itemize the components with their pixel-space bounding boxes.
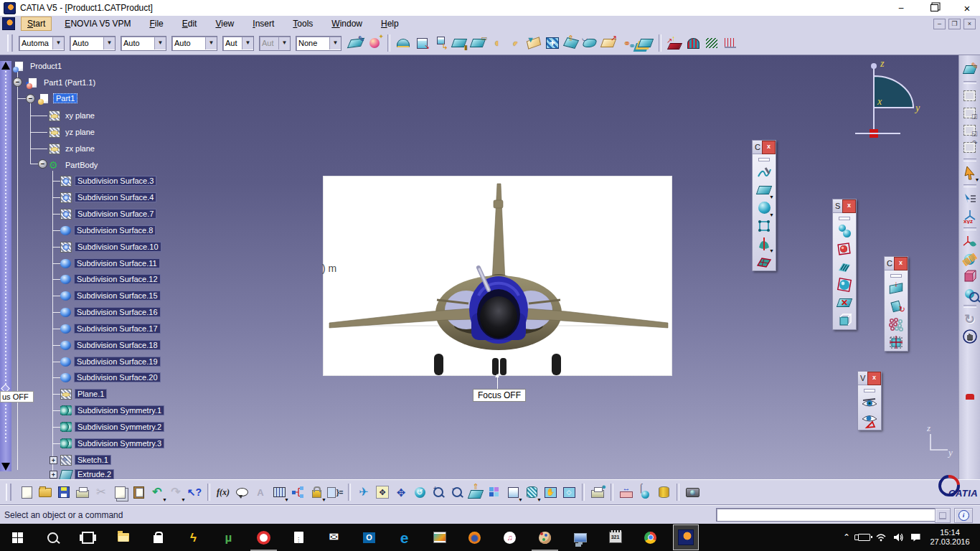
sketch-curve-icon[interactable] bbox=[755, 163, 773, 181]
wifi-icon[interactable] bbox=[872, 524, 890, 551]
control-points-grid-icon[interactable] bbox=[887, 315, 905, 333]
tree-item-label[interactable]: Subdivision Surface.15 bbox=[74, 291, 161, 301]
swap-visible-space-icon[interactable]: ◇ bbox=[560, 483, 578, 501]
chevron-down-icon[interactable]: ▼ bbox=[154, 37, 166, 50]
winamp-button[interactable]: ϟ bbox=[176, 524, 211, 551]
power-input-field[interactable] bbox=[716, 508, 937, 522]
symmetry-tool-icon[interactable]: ▼ bbox=[755, 235, 773, 253]
tree-item-label[interactable]: Subdivision Surface.8 bbox=[74, 225, 156, 235]
tree-item-subdivision-surface-17[interactable]: Subdivision Surface.17 bbox=[60, 323, 161, 334]
print-icon[interactable] bbox=[73, 483, 92, 501]
image-capture-icon[interactable] bbox=[683, 483, 702, 501]
surface-spring-icon[interactable]: ⇑ bbox=[562, 34, 580, 52]
palette-title-bar[interactable]: Sx bbox=[833, 199, 856, 213]
palette-handle[interactable] bbox=[839, 217, 850, 220]
multi-view-icon[interactable] bbox=[485, 483, 504, 501]
measure-between-icon[interactable]: ↔ bbox=[617, 483, 636, 501]
box-pick-icon[interactable]: ↘ bbox=[413, 34, 431, 52]
tree-item-label[interactable]: PartBody bbox=[63, 161, 100, 169]
curvature-comb-icon[interactable] bbox=[721, 34, 740, 52]
block-axis-extrude-icon[interactable]: ↑↗ bbox=[665, 34, 684, 52]
tree-item-part1[interactable]: Part1 bbox=[38, 93, 77, 104]
save-icon[interactable] bbox=[55, 483, 73, 501]
mdi-close-button[interactable]: × bbox=[963, 19, 976, 29]
tree-item-subdivision-surface-10[interactable]: Subdivision Surface.10 bbox=[60, 241, 161, 253]
cage-sphere-icon[interactable] bbox=[835, 276, 854, 293]
volume-icon[interactable] bbox=[890, 524, 907, 551]
catalog-browser-1-icon[interactable] bbox=[961, 87, 979, 104]
freestyle-sketch-tracer-icon[interactable]: ✎ bbox=[961, 61, 979, 78]
tree-item-product1[interactable]: Product1 bbox=[13, 60, 64, 72]
tree-item-subdivision-symmetry-1[interactable]: Subdivision Symmetry.1 bbox=[60, 405, 164, 416]
surface-flag-alt-icon[interactable]: ▭ bbox=[468, 34, 487, 52]
tree-item-label[interactable]: Sketch.1 bbox=[75, 455, 111, 465]
tree-item-label[interactable]: Subdivision Symmetry.2 bbox=[75, 422, 164, 432]
measure-on-sphere-icon[interactable]: ▤▤ bbox=[961, 250, 979, 268]
collapse-toggle[interactable]: − bbox=[38, 159, 47, 169]
paste-icon[interactable] bbox=[129, 483, 148, 501]
catia-app-icon[interactable] bbox=[4, 2, 16, 14]
zoom-in-icon[interactable]: + bbox=[429, 483, 448, 501]
undo-icon[interactable]: ↶▼ bbox=[148, 483, 166, 501]
edge-button[interactable]: e bbox=[387, 524, 422, 551]
pan-icon[interactable]: ✥ bbox=[392, 483, 410, 501]
close-button[interactable]: × bbox=[960, 2, 974, 14]
paint-applicator-icon[interactable]: ✎ bbox=[347, 34, 365, 52]
lock-icon[interactable]: ▼ bbox=[307, 483, 326, 501]
rotate-icon[interactable]: ↺ bbox=[410, 483, 429, 501]
close-icon[interactable]: x bbox=[894, 257, 908, 270]
subdivision-stack-icon[interactable] bbox=[835, 258, 854, 276]
uv-grid-surface-icon[interactable] bbox=[755, 253, 773, 270]
axis-system-icon[interactable] bbox=[961, 233, 979, 250]
tree-item-label[interactable]: Subdivision Surface.7 bbox=[75, 209, 156, 219]
catia-taskbar-button[interactable] bbox=[668, 524, 703, 551]
datum-combo[interactable]: None▼ bbox=[296, 36, 341, 51]
continuity-combo-3[interactable]: Auto▼ bbox=[121, 36, 166, 51]
outlook-button[interactable]: O bbox=[352, 524, 387, 551]
surface-fold-icon[interactable]: ▼ bbox=[524, 34, 543, 52]
tree-item-xy-plane[interactable]: xy plane bbox=[49, 110, 97, 121]
continuity-combo-4[interactable]: Auto▼ bbox=[171, 36, 217, 51]
media-player-classic-button[interactable]: 321 bbox=[598, 524, 633, 551]
face-net-icon[interactable] bbox=[755, 217, 773, 235]
inertia-icon[interactable] bbox=[654, 483, 673, 501]
open-folder-icon[interactable] bbox=[36, 483, 55, 501]
fly-mode-icon[interactable]: ✈ bbox=[354, 483, 373, 501]
magic-wand-icon[interactable]: ✦ bbox=[365, 34, 384, 52]
fit-all-in-icon[interactable]: ✥ bbox=[373, 483, 392, 501]
crescent-bend-icon[interactable]: ◖ bbox=[487, 34, 506, 52]
opera-button[interactable] bbox=[246, 524, 281, 551]
checkerboard-frame-icon[interactable]: ✚ bbox=[543, 34, 562, 52]
action-center-icon[interactable] bbox=[907, 524, 924, 551]
tree-item-label[interactable]: zx plane bbox=[63, 144, 97, 153]
toolbar-grip[interactable] bbox=[7, 34, 13, 52]
tree-item-label[interactable]: Subdivision Surface.17 bbox=[74, 324, 161, 334]
menu-file[interactable]: File bbox=[143, 17, 169, 30]
palette-handle[interactable] bbox=[758, 158, 770, 161]
tree-item-label[interactable]: Plane.1 bbox=[75, 389, 107, 399]
movie-maker-button[interactable] bbox=[422, 524, 457, 551]
chain-link-icon[interactable]: ⚭⚭ bbox=[618, 34, 636, 52]
tree-item-label[interactable]: Subdivision Surface.12 bbox=[74, 274, 161, 284]
manipulation-hand-icon[interactable] bbox=[961, 328, 979, 345]
close-icon[interactable]: x bbox=[842, 199, 856, 213]
chevron-down-icon[interactable]: ▼ bbox=[103, 37, 115, 50]
xyz-coordinates-icon[interactable]: xyz bbox=[961, 207, 979, 225]
tree-item-plane-1[interactable]: Plane.1 bbox=[60, 388, 107, 400]
zoom-out-icon[interactable]: − bbox=[448, 483, 466, 501]
surface-twist-icon[interactable]: ↻ bbox=[887, 297, 905, 315]
erase-face-icon[interactable]: ✕ bbox=[835, 293, 854, 311]
paint-button[interactable] bbox=[527, 524, 562, 551]
close-icon[interactable]: x bbox=[762, 141, 776, 154]
palette-handle[interactable] bbox=[890, 274, 902, 278]
tree-item-label[interactable]: Subdivision Surface.19 bbox=[74, 357, 161, 367]
continuity-combo-5[interactable]: Aut▼ bbox=[222, 36, 254, 51]
tree-item-subdivision-surface-12[interactable]: Subdivision Surface.12 bbox=[60, 273, 161, 285]
tree-item-subdivision-surface-15[interactable]: Subdivision Surface.15 bbox=[60, 290, 161, 301]
palette-title-bar[interactable]: Cx bbox=[753, 141, 776, 154]
file-explorer-button[interactable] bbox=[105, 524, 141, 551]
mdi-restore-button[interactable]: ❐ bbox=[948, 19, 961, 29]
scroll-up-arrow[interactable] bbox=[1, 62, 10, 70]
tree-item-label[interactable]: Subdivision Surface.10 bbox=[75, 242, 161, 252]
battery-icon[interactable] bbox=[855, 524, 872, 551]
